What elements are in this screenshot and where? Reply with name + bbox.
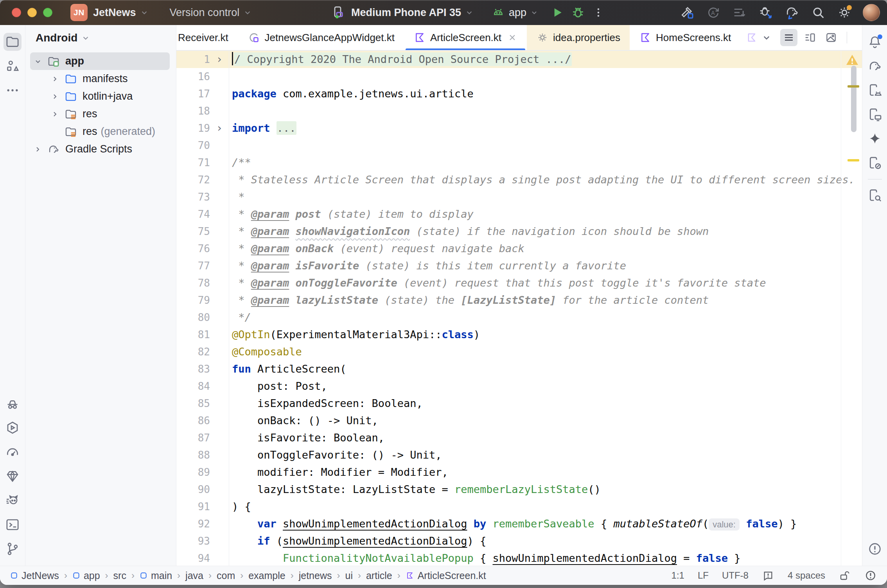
notifications-button[interactable] <box>866 33 884 51</box>
more-vertical-icon[interactable] <box>591 5 606 20</box>
device-explorer-tool-button[interactable] <box>866 154 884 172</box>
settings-icon[interactable] <box>837 5 852 20</box>
warning-stripe-mark[interactable] <box>847 85 859 88</box>
tab-idea-properties[interactable]: idea.properties <box>527 25 630 50</box>
user-avatar[interactable] <box>863 4 880 21</box>
code-line[interactable]: 85 isExpandedScreen: Boolean, <box>176 395 862 412</box>
tab-receiver[interactable]: Receiver.kt <box>176 25 238 50</box>
code-line[interactable]: 79 * @param lazyListState (state) the [L… <box>176 292 862 309</box>
minimize-window-button[interactable] <box>27 8 37 17</box>
debug-button[interactable] <box>570 5 586 20</box>
code-line[interactable]: 16 <box>176 68 862 85</box>
code-line[interactable]: 93 if (showUnimplementedActionDialog) { <box>176 532 862 550</box>
code-line[interactable]: 94 FunctionalityNotAvailablePopup { show… <box>176 550 862 566</box>
project-tool-button[interactable] <box>4 33 22 51</box>
device-file-search-tool-button[interactable] <box>866 186 884 204</box>
code-line[interactable]: 86 onBack: () -> Unit, <box>176 412 862 429</box>
code-line[interactable]: 71/** <box>176 154 862 171</box>
code-line[interactable]: 90 lazyListState: LazyListState = rememb… <box>176 481 862 498</box>
code-line[interactable]: 83fun ArticleScreen( <box>176 360 862 378</box>
indent-widget[interactable]: 4 spaces <box>788 570 825 581</box>
problems-icon[interactable] <box>762 569 774 582</box>
device-selector[interactable]: Medium Phone API 35 <box>331 0 474 25</box>
caret-position-widget[interactable]: 1:1 <box>672 570 684 581</box>
close-window-button[interactable] <box>12 8 21 17</box>
breadcrumb-item[interactable]: java <box>185 570 203 581</box>
gemini-icon[interactable] <box>866 130 884 148</box>
zoom-window-button[interactable] <box>43 8 52 17</box>
tree-item-gradle-scripts[interactable]: Gradle Scripts <box>30 140 170 158</box>
code-line[interactable]: 74 * @param post (state) item to display <box>176 206 862 223</box>
code-line[interactable]: 89 modifier: Modifier = Modifier, <box>176 464 862 481</box>
chevron-right-icon[interactable] <box>47 109 63 119</box>
code-line[interactable]: 78 * @param onToggleFavorite (event) req… <box>176 274 862 292</box>
chevron-down-icon[interactable] <box>761 32 772 43</box>
code-editor[interactable]: 1›/ Copyright 2020 The Android Open Sour… <box>176 51 862 566</box>
line-separator-widget[interactable]: LF <box>698 570 709 581</box>
editor-scrollbar[interactable] <box>851 66 856 132</box>
terminal-tool-button[interactable] <box>4 516 22 534</box>
app-quality-insights-tool-button[interactable] <box>4 467 22 485</box>
code-line[interactable]: 75 * @param showNavigationIcon (state) i… <box>176 223 862 240</box>
problems-tool-button[interactable] <box>866 540 884 558</box>
tab-home-screens[interactable]: HomeScreens.kt <box>630 25 740 50</box>
profiler-tool-button[interactable] <box>4 443 22 461</box>
chevron-right-icon[interactable] <box>30 145 46 154</box>
run-button[interactable] <box>549 5 565 20</box>
chevron-right-icon[interactable] <box>47 92 63 101</box>
breadcrumb-item[interactable]: example <box>248 570 285 581</box>
code-line[interactable]: 77 * @param isFavorite (state) is this i… <box>176 257 862 274</box>
code-line[interactable]: 1›/ Copyright 2020 The Android Open Sour… <box>176 51 862 68</box>
vcs-menu[interactable]: Version control <box>170 7 240 19</box>
code-line[interactable]: 80 */ <box>176 309 862 326</box>
split-editor-view-button[interactable] <box>801 29 819 46</box>
tab-article-screen[interactable]: ArticleScreen.kt <box>404 25 527 50</box>
more-vertical-icon[interactable] <box>854 29 862 46</box>
code-line[interactable]: 84 post: Post, <box>176 378 862 395</box>
attach-debugger-icon[interactable] <box>758 5 774 20</box>
build-button[interactable] <box>679 5 695 20</box>
encoding-widget[interactable]: UTF-8 <box>722 570 749 581</box>
code-line[interactable]: 81@OptIn(ExperimentalMaterial3Api::class… <box>176 326 862 343</box>
breadcrumb-item[interactable]: src <box>113 570 126 581</box>
unlocked-icon[interactable] <box>839 569 851 582</box>
device-manager-tool-button[interactable] <box>866 81 884 99</box>
breadcrumb-item[interactable]: ArticleScreen.kt <box>406 570 486 581</box>
app-inspection-tool-button[interactable] <box>4 394 22 412</box>
tree-item-app[interactable]: app <box>30 52 170 70</box>
code-line[interactable]: 92 var showUnimplementedActionDialog by … <box>176 515 862 532</box>
project-view-selector[interactable]: Android <box>25 25 176 51</box>
code-line[interactable]: 87 isFavorite: Boolean, <box>176 429 862 446</box>
code-line[interactable]: 76 * @param onBack (event) request navig… <box>176 240 862 257</box>
chevron-right-icon[interactable] <box>47 74 63 84</box>
apply-changes-icon[interactable]: A <box>706 5 721 20</box>
tree-item-res[interactable]: res <box>30 105 170 123</box>
running-devices-tool-button[interactable] <box>866 106 884 124</box>
warning-stripe-mark[interactable] <box>847 159 859 161</box>
breadcrumb-item[interactable]: article <box>366 570 392 581</box>
code-line[interactable]: 17package com.example.jetnews.ui.article <box>176 85 862 102</box>
breadcrumb-item[interactable]: main <box>140 570 172 581</box>
preview-view-button[interactable] <box>822 29 840 46</box>
tree-item-kotlin-java[interactable]: kotlin+java <box>30 88 170 105</box>
tab-jetnews-glance-app-widget[interactable]: JetnewsGlanceAppWidget.kt <box>238 25 404 50</box>
code-line[interactable]: 18 <box>176 102 862 120</box>
more-tool-windows-button[interactable] <box>4 81 22 99</box>
code-line[interactable]: 73 * <box>176 188 862 206</box>
gradle-tool-button[interactable] <box>866 57 884 75</box>
single-editor-view-button[interactable] <box>780 29 797 46</box>
breadcrumb-item[interactable]: app <box>72 570 100 581</box>
code-line[interactable]: 70 <box>176 137 862 154</box>
search-icon[interactable] <box>810 5 826 20</box>
code-line[interactable]: 72 * Stateless Article Screen that displ… <box>176 171 862 188</box>
version-control-tool-button[interactable] <box>4 540 22 558</box>
tree-item-res-generated[interactable]: res (generated) <box>30 123 170 140</box>
inspections-status-icon[interactable] <box>864 569 877 582</box>
code-line[interactable]: 82@Composable <box>176 343 862 360</box>
gradle-sync-icon[interactable] <box>784 5 800 20</box>
chevron-down-icon[interactable] <box>30 57 46 66</box>
code-line[interactable]: 19›import ... <box>176 120 862 137</box>
project-menu[interactable]: JetNews <box>93 7 136 19</box>
logcat-tool-button[interactable] <box>4 491 22 509</box>
code-line[interactable]: 91) { <box>176 498 862 515</box>
